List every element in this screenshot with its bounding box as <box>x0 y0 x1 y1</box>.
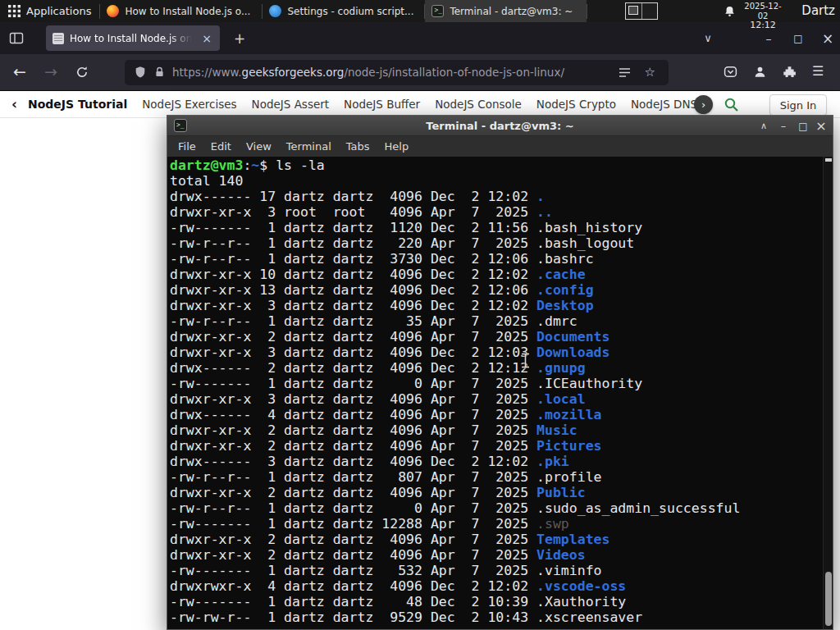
taskbar-item-label: Settings - codium script... <box>287 6 413 17</box>
terminal-line: drwxr-xr-x 2 dartz dartz 4096 Apr 7 2025… <box>170 532 822 547</box>
terminal-line: drwxr-xr-x 2 dartz dartz 4096 Apr 7 2025… <box>170 485 822 500</box>
terminal-maximize-button[interactable]: □ <box>793 116 813 136</box>
applications-menu-button[interactable]: Applications <box>0 0 99 22</box>
firefox-icon <box>107 5 119 17</box>
menu-item-view[interactable]: View <box>239 136 279 157</box>
terminal-line: drwxr-xr-x 3 dartz dartz 4096 Dec 2 12:0… <box>170 345 822 360</box>
site-nav-item-nodejs-console[interactable]: NodeJS Console <box>435 98 522 111</box>
panel-clock[interactable]: 2025-12-02 12:12 <box>739 2 787 31</box>
site-nav-item-nodejs-dns[interactable]: NodeJS DNS <box>631 98 697 111</box>
url-text: https://www.geeksforgeeks.org/node-js/in… <box>172 60 564 85</box>
terminal-line: drwxr-xr-x 2 dartz dartz 4096 Apr 7 2025… <box>170 547 822 563</box>
browser-tab[interactable]: How to Install Node.js on × <box>46 25 220 51</box>
terminal-line: -rw-r--r-- 1 dartz dartz 35 Apr 7 2025 .… <box>170 313 822 329</box>
terminal-line: -rw-r--r-- 1 dartz dartz 3730 Dec 2 12:0… <box>170 251 822 267</box>
scrollbar-thumb[interactable] <box>825 572 832 626</box>
pocket-icon[interactable] <box>724 65 737 79</box>
site-nav-item-nodejs-buffer[interactable]: NodeJS Buffer <box>344 98 420 111</box>
terminal-line: -rw------- 1 dartz dartz 0 Apr 7 2025 .I… <box>170 376 822 391</box>
scrollbar-tick <box>825 158 832 162</box>
taskbar-item-label: How to Install Node.js o... <box>125 6 250 17</box>
workspace-2[interactable] <box>642 3 658 19</box>
terminal-line: drwxr-xr-x 13 dartz dartz 4096 Dec 2 12:… <box>170 282 822 298</box>
tab-title: How to Install Node.js on <box>70 33 194 44</box>
new-tab-button[interactable]: + <box>230 29 249 48</box>
taskbar-item-settings-codium-script[interactable]: Settings - codium script... <box>262 0 424 22</box>
terminal-line: -rw------- 1 dartz dartz 532 Apr 7 2025 … <box>170 563 822 578</box>
terminal-line: -rw------- 1 dartz dartz 48 Dec 2 10:39 … <box>170 594 822 609</box>
terminal-line: drwxr-xr-x 2 dartz dartz 4096 Apr 7 2025… <box>170 422 822 438</box>
sign-in-button[interactable]: Sign In <box>769 94 827 116</box>
nav-scroll-right-icon[interactable]: › <box>694 95 713 114</box>
terminal-window: Terminal - dartz@vm3: ~ ∧ – □ × FileEdit… <box>167 115 833 630</box>
terminal-line: drwxr-xr-x 3 dartz dartz 4096 Dec 2 12:0… <box>170 298 822 313</box>
taskbar-item-how-to-install-node-js-o[interactable]: How to Install Node.js o... <box>100 0 262 22</box>
terminal-line: drwx------ 4 dartz dartz 4096 Apr 7 2025… <box>170 407 822 422</box>
lock-icon[interactable] <box>153 66 166 79</box>
top-panel: Applications How to Install Node.js o...… <box>0 0 840 22</box>
site-nav-item-nodejs-crypto[interactable]: NodeJS Crypto <box>536 98 616 111</box>
terminal-minimize-button[interactable]: – <box>774 116 793 136</box>
reader-mode-icon[interactable] <box>619 66 631 79</box>
workspace-switcher[interactable] <box>625 2 658 20</box>
list-all-tabs-icon[interactable]: ∨ <box>697 25 719 51</box>
panel-separator <box>587 4 587 19</box>
terminal-scrollbar[interactable] <box>823 157 833 629</box>
menu-hamburger-icon[interactable]: ☰ <box>812 63 824 79</box>
window-close-button[interactable]: × <box>815 25 840 51</box>
terminal-line: drwx------ 2 dartz dartz 4096 Dec 2 12:1… <box>170 360 822 376</box>
tab-close-icon[interactable]: × <box>200 32 213 45</box>
menu-item-file[interactable]: File <box>171 136 203 157</box>
url-path: /node-js/installation-of-node-js-on-linu… <box>344 66 564 79</box>
site-nav-item-nodejs-tutorial[interactable]: NodeJS Tutorial <box>28 98 127 111</box>
site-nav-item-nodejs-assert[interactable]: NodeJS Assert <box>252 98 330 111</box>
terminal-line: drwxr-xr-x 3 dartz dartz 4096 Apr 7 2025… <box>170 391 822 407</box>
taskbar-item-terminal-dartz-vm3[interactable]: Terminal - dartz@vm3: ~ <box>425 0 587 22</box>
terminal-close-button[interactable]: × <box>811 116 831 136</box>
firefox-view-icon[interactable] <box>8 30 25 46</box>
url-domain: geeksforgeeks.org <box>242 66 345 79</box>
terminal-line: drwxr-xr-x 3 root root 4096 Apr 7 2025 .… <box>170 204 822 220</box>
terminal-line: dartz@vm3:~$ ls -la <box>170 158 822 173</box>
clock-date: 2025-12-02 <box>739 2 787 21</box>
forward-button[interactable]: → <box>44 62 57 80</box>
menu-item-edit[interactable]: Edit <box>203 136 239 157</box>
tracking-shield-icon[interactable] <box>134 66 147 80</box>
terminal-shade-button[interactable]: ∧ <box>754 116 774 136</box>
terminal-line: -rw-r--r-- 1 dartz dartz 807 Apr 7 2025 … <box>170 469 822 485</box>
browser-tab-bar: How to Install Node.js on × + ∨ – □ × <box>0 22 840 54</box>
terminal-line: drwxr-xr-x 2 dartz dartz 4096 Apr 7 2025… <box>170 329 822 345</box>
nav-scroll-left-icon[interactable]: ‹ <box>11 96 17 112</box>
terminal-icon <box>431 5 444 17</box>
terminal-app-icon <box>174 119 187 132</box>
site-search-icon[interactable] <box>724 97 739 112</box>
workspace-window-thumb <box>628 6 638 15</box>
menu-item-tabs[interactable]: Tabs <box>339 136 377 157</box>
panel-task-list: How to Install Node.js o...Settings - co… <box>100 0 587 22</box>
workspace-1[interactable] <box>626 3 642 19</box>
terminal-line: -rw-r--r-- 1 dartz dartz 220 Apr 7 2025 … <box>170 235 822 251</box>
terminal-line: -rw-rw-r-- 1 dartz dartz 9529 Dec 2 10:4… <box>170 609 822 625</box>
reload-icon[interactable] <box>75 66 89 79</box>
terminal-line: -rw------- 1 dartz dartz 1120 Dec 2 11:5… <box>170 220 822 235</box>
terminal-output: dartz@vm3:~$ ls -latotal 140drwx------ 1… <box>168 157 822 629</box>
menu-item-help[interactable]: Help <box>377 136 417 157</box>
codium-icon <box>269 5 281 17</box>
applications-grid-icon <box>8 5 21 17</box>
back-button[interactable]: ← <box>13 62 26 80</box>
terminal-line: -rw-r--r-- 1 dartz dartz 0 Apr 7 2025 .s… <box>170 500 822 516</box>
applications-menu-label: Applications <box>26 5 91 17</box>
terminal-titlebar[interactable]: Terminal - dartz@vm3: ~ ∧ – □ × <box>167 116 833 136</box>
menu-item-terminal[interactable]: Terminal <box>279 136 339 157</box>
account-icon[interactable] <box>753 65 767 79</box>
url-bar[interactable]: https://www.geeksforgeeks.org/node-js/in… <box>125 60 669 85</box>
window-maximize-button[interactable]: □ <box>786 25 810 51</box>
notification-bell-icon[interactable] <box>724 5 736 18</box>
terminal-window-title: Terminal - dartz@vm3: ~ <box>167 120 833 132</box>
bookmark-star-icon[interactable]: ☆ <box>645 60 655 85</box>
browser-toolbar: ← → https://www.geeksforgeeks.org/node-j… <box>0 54 840 91</box>
terminal-line: drwxrwxr-x 4 dartz dartz 4096 Dec 2 12:0… <box>170 578 822 594</box>
site-nav-item-nodejs-exercises[interactable]: NodeJS Exercises <box>142 98 236 111</box>
clock-time: 12:12 <box>739 21 787 31</box>
extensions-puzzle-icon[interactable] <box>783 65 797 79</box>
